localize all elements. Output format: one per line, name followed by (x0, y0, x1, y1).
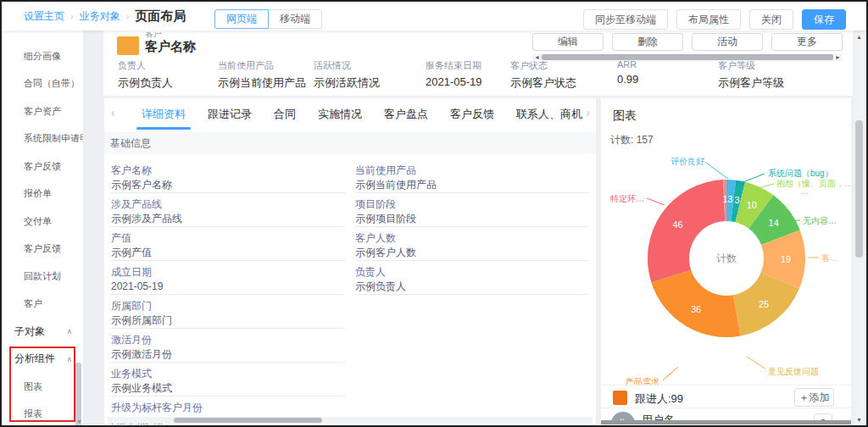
header-field: 客户状态示例客户状态 (510, 59, 617, 91)
sidebar-item[interactable]: 细分画像 (2, 42, 83, 70)
form-field-label: 涉及产品线 (111, 198, 345, 210)
form-field[interactable]: 成立日期2021-05-19 (111, 264, 345, 295)
topbar-button[interactable]: 同步至移动端 (583, 9, 668, 30)
header-field-label: 当前使用产品 (218, 59, 314, 72)
header-field-value: 示例当前使用产品 (218, 75, 314, 91)
detail-tab[interactable]: 合同 (274, 98, 296, 130)
scroll-up-icon[interactable]: ▲ (856, 34, 862, 40)
view-tab-active[interactable]: 网页端 (214, 9, 269, 29)
form-field[interactable]: 产值示例产值 (111, 230, 345, 261)
sidebar-item[interactable]: 客户反馈 (2, 236, 83, 263)
sidebar-item[interactable]: 合同（自带） (2, 70, 83, 98)
breadcrumb-separator: › (126, 11, 130, 21)
record-avatar (117, 36, 139, 55)
detail-tab[interactable]: 跟进记录 (208, 98, 252, 130)
tabs-scroll-right-icon[interactable]: › (586, 106, 590, 119)
sidebar-scrollbar-thumb[interactable] (75, 363, 81, 425)
form-field-label: 负责人 (355, 266, 589, 278)
breadcrumb-separator: › (70, 11, 74, 21)
detail-tab[interactable]: 客户反馈 (450, 98, 494, 130)
header-field: ARR0.99 (617, 59, 718, 91)
record-action-button[interactable]: 编辑 (532, 33, 604, 51)
form-field[interactable]: 涉及产品线示例涉及产品线 (111, 197, 345, 227)
form-field[interactable]: 客户人数示例客户人数 (355, 230, 589, 261)
form-field[interactable]: 客户名称示例客户名称 (111, 163, 345, 193)
sidebar-analysis-item[interactable]: 报表 (2, 401, 83, 426)
topbar-button[interactable]: 关闭 (749, 9, 793, 30)
follower-icon (613, 391, 627, 405)
detail-tab[interactable]: 客户盘点 (384, 98, 428, 130)
form-field-label: 激活月份 (111, 334, 345, 346)
sidebar-analysis-list: 图表报表 (2, 373, 83, 425)
header-field-value: 示例负责人 (118, 75, 218, 91)
label-leader-line (706, 163, 728, 179)
record-action-buttons: 编辑删除活动更多 (532, 33, 843, 51)
record-action-button[interactable]: 活动 (692, 33, 763, 51)
pie-segment[interactable] (648, 180, 725, 282)
header-field-value: 示例客户状态 (510, 75, 617, 91)
chart-panel-hscroll-thumb[interactable] (601, 420, 851, 424)
chart-title: 图表 (613, 108, 637, 124)
form-field-label: 所属部门 (111, 300, 345, 312)
detail-hscroll-thumb[interactable] (174, 418, 322, 423)
form-field-label: 业务模式 (111, 368, 345, 380)
sidebar-scroll-down-icon[interactable]: ▼ (76, 419, 82, 424)
detail-horizontal-scrollbar[interactable] (108, 417, 593, 424)
record-action-button[interactable]: 更多 (771, 33, 843, 51)
sidebar-item[interactable]: 交付单 (2, 208, 83, 236)
collapse-caret-icon[interactable]: ∧ (66, 355, 72, 363)
record-action-button[interactable]: 删除 (612, 33, 683, 51)
sidebar-analysis-item[interactable]: 图表 (2, 373, 83, 401)
form-column-right: 当前使用产品示例当前使用产品项目阶段示例项目阶段客户人数示例客户人数负责人示例负… (355, 163, 589, 298)
header-field: 服务结束日期2021-05-19 (426, 59, 510, 91)
form-field[interactable]: 业务模式示例业务模式 (111, 366, 345, 396)
header-field-value: 0.99 (617, 73, 718, 86)
detail-tab[interactable]: 联系人、商机 (516, 98, 582, 130)
header-field: 活跃情况示例活跃情况 (314, 59, 426, 91)
add-follower-button[interactable]: ＋添加 (794, 388, 834, 407)
sidebar-item[interactable]: 客户反馈 (2, 152, 83, 180)
detail-tab[interactable]: 实施情况 (318, 98, 362, 130)
breadcrumb-link[interactable]: 业务对象 (80, 9, 120, 24)
segment-value-label: 3 (727, 194, 732, 204)
section-header: 基础信息 (104, 132, 596, 154)
header-field-label: 负责人 (118, 59, 218, 72)
form-field[interactable]: 项目阶段示例项目阶段 (355, 197, 589, 227)
scroll-down-icon[interactable]: ▼ (856, 417, 862, 423)
form-field[interactable]: 当前使用产品示例当前使用产品 (355, 163, 589, 193)
sidebar-item[interactable]: 回款计划 (2, 263, 83, 291)
form-field-value: 示例激活月份 (111, 348, 345, 360)
form-field[interactable]: 激活月份示例激活月份 (111, 332, 345, 363)
segment-label: 评价良好 (670, 157, 704, 166)
breadcrumb-link[interactable]: 设置主页 (24, 9, 64, 24)
segment-value-label: 19 (781, 254, 791, 264)
label-leader-line (747, 357, 765, 369)
topbar-button[interactable]: 布局属性 (676, 9, 741, 30)
record-header-card: 客户 客户名称 编辑删除活动更多 ◄ ► 负责人示例负责人当前使用产品示例当前使… (103, 30, 853, 96)
label-leader-line (663, 367, 678, 380)
sidebar-item[interactable]: 系统限制申请明细 (2, 125, 83, 153)
sidebar-section-sub-object[interactable]: 子对象 ∧ (2, 318, 83, 346)
header-field-label: 活跃情况 (314, 59, 426, 72)
form-field[interactable]: 所属部门示例所属部门 (111, 298, 345, 329)
header-field-value: 示例活跃情况 (314, 75, 426, 91)
sidebar-item[interactable]: 客户资产 (2, 97, 83, 125)
segment-value-label: 36 (691, 304, 701, 314)
save-button[interactable]: 保存 (802, 9, 846, 30)
sidebar-item[interactable]: 报价单 (2, 180, 83, 208)
view-tab-inactive[interactable]: 移动端 (268, 9, 322, 29)
page-vertical-scrollbar[interactable]: ▲ ▼ (854, 32, 865, 424)
sidebar-item[interactable]: 客户 (2, 291, 83, 319)
form-field[interactable]: 负责人示例负责人 (355, 264, 589, 295)
topbar-actions: 同步至移动端布局属性关闭保存 (583, 9, 846, 30)
vscroll-thumb[interactable] (855, 120, 863, 258)
sidebar-section-analysis[interactable]: 分析组件 ∧ (2, 346, 83, 374)
sidebar-scrollbar[interactable] (75, 64, 82, 415)
detail-card: ‹ 详细资料跟进记录合同实施情况客户盘点客户反馈联系人、商机 › 基础信息 客户… (103, 97, 597, 425)
detail-tab[interactable]: 详细资料 (142, 98, 186, 130)
form-field-value: 示例客户人数 (355, 247, 589, 258)
collapse-caret-icon[interactable]: ∧ (66, 327, 72, 336)
form-field-label: 客户名称 (111, 164, 345, 176)
segment-value-label: 10 (747, 200, 757, 210)
clipped-scrolled-text: 客户 (145, 32, 162, 38)
